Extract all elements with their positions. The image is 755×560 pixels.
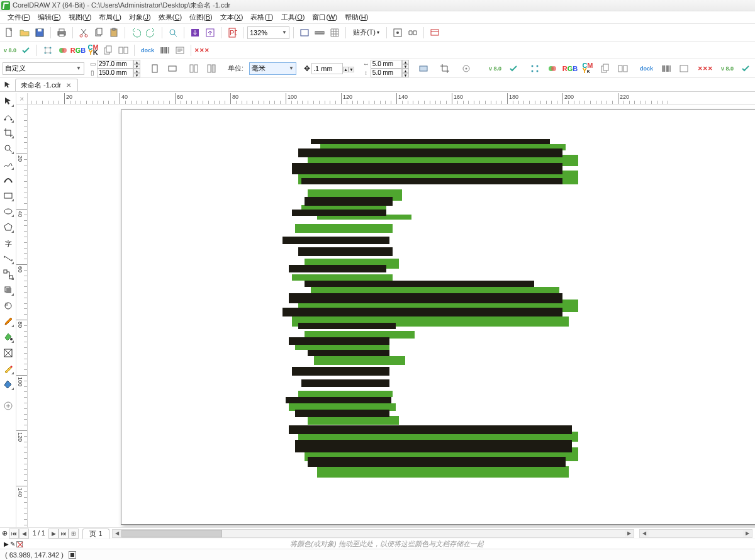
rectangle-tool[interactable] — [1, 189, 15, 203]
first-page-button[interactable]: ⏮ — [9, 529, 19, 539]
crop-tool[interactable] — [1, 126, 15, 140]
document-palette[interactable]: ▶ ✎ 将颜色(或对象) 拖动至此处，以便将这些颜色与文档存储在一起 — [0, 539, 755, 549]
canvas[interactable] — [28, 104, 755, 527]
menu-layout[interactable]: 布局(L) — [95, 11, 125, 23]
options-button[interactable] — [391, 26, 405, 40]
color-replace-2-button[interactable] — [545, 62, 559, 76]
treat-as-button[interactable] — [417, 62, 430, 76]
search-button[interactable] — [166, 26, 180, 40]
dup-page-button[interactable] — [101, 43, 115, 57]
all-pages-button[interactable] — [187, 62, 201, 76]
scroll-left-button[interactable]: ◀ — [113, 530, 121, 537]
snap-dropdown[interactable]: 贴齐(T) ▾ — [350, 26, 383, 40]
text-macro-2-button[interactable] — [677, 62, 691, 76]
copy-button[interactable] — [92, 26, 106, 40]
parallel-dim-tool[interactable] — [1, 252, 15, 266]
height-stepper[interactable]: ▲▼ — [133, 69, 140, 77]
menu-object[interactable]: 对象(J) — [125, 11, 155, 23]
secondary-scrollbar[interactable]: ◀ ▶ — [639, 529, 752, 538]
pick-tool[interactable] — [1, 94, 15, 108]
vertical-ruler[interactable]: 020406080100120140 — [16, 104, 28, 527]
menu-help[interactable]: 帮助(H) — [341, 11, 372, 23]
multi-page-button[interactable] — [116, 43, 130, 57]
ruler-origin[interactable]: ⤫ — [16, 93, 28, 104]
landscape-button[interactable] — [165, 62, 179, 76]
last-page-button[interactable]: ⏭ — [59, 529, 69, 539]
color-replace-button[interactable] — [56, 43, 70, 57]
no-color-swatch[interactable] — [16, 541, 23, 547]
paste-button[interactable] — [107, 26, 121, 40]
dock-button[interactable]: dock — [138, 43, 157, 57]
cut-button[interactable] — [77, 26, 91, 40]
align-nodes-button[interactable] — [41, 43, 55, 57]
redo-button[interactable] — [144, 26, 158, 40]
rgb-button[interactable]: RGB — [71, 43, 85, 57]
menu-edit[interactable]: 编辑(E) — [34, 11, 65, 23]
close-tab-icon[interactable]: ✕ — [66, 82, 71, 89]
nudge-input[interactable] — [311, 63, 343, 74]
export-button[interactable] — [203, 26, 217, 40]
import-button[interactable] — [188, 26, 202, 40]
smart-fill-tool[interactable] — [1, 346, 15, 360]
ellipse-tool[interactable] — [1, 204, 15, 218]
menu-view[interactable]: 视图(V) — [65, 11, 96, 23]
dup-y-input[interactable] — [371, 69, 402, 77]
align-nodes-2-button[interactable] — [528, 62, 542, 76]
zoom-input[interactable] — [250, 29, 280, 36]
crop-button[interactable] — [438, 62, 452, 76]
text-macro-button[interactable] — [173, 43, 187, 57]
new-button[interactable] — [3, 26, 16, 40]
open-options-button[interactable] — [459, 62, 473, 76]
dup-y-stepper[interactable]: ▲▼ — [402, 69, 409, 77]
drop-shadow-tool[interactable] — [1, 283, 15, 297]
artistic-media-tool[interactable] — [1, 173, 15, 187]
page-height-input[interactable] — [97, 69, 133, 77]
barcode-button[interactable] — [158, 43, 172, 57]
multi-page-2-button[interactable] — [616, 62, 630, 76]
barcode-2-button[interactable] — [659, 62, 673, 76]
scroll-left-2-button[interactable]: ◀ — [640, 530, 649, 537]
add-page-after-button[interactable]: ⊞ — [69, 529, 79, 539]
shape-tool[interactable] — [1, 110, 15, 124]
show-grid-button[interactable] — [328, 26, 342, 40]
menu-window[interactable]: 窗口(W) — [308, 11, 341, 23]
print-button[interactable] — [55, 26, 69, 40]
nudge-stepper[interactable]: ▲▼ — [343, 65, 354, 72]
page-preset-input[interactable] — [5, 65, 74, 72]
delete-macro-button[interactable]: ✕✕✕ — [195, 43, 209, 57]
macro-1-button[interactable] — [19, 43, 33, 57]
page-width-input[interactable] — [97, 60, 133, 69]
scroll-right-button[interactable]: ▶ — [625, 530, 634, 537]
add-page-button[interactable]: ⊕ — [0, 529, 9, 539]
freehand-tool[interactable] — [1, 157, 15, 171]
publish-pdf-button[interactable]: PDF — [225, 26, 239, 40]
zoom-combo[interactable]: ▼ — [247, 26, 289, 39]
open-button[interactable] — [18, 26, 31, 40]
polygon-tool[interactable] — [1, 220, 15, 234]
quick-customize-button[interactable] — [1, 399, 15, 413]
text-tool[interactable]: 字 — [1, 236, 15, 250]
prev-page-button[interactable]: ◀ — [19, 529, 29, 539]
app-launcher-button[interactable] — [428, 26, 442, 40]
dup-page-2-button[interactable] — [598, 62, 612, 76]
menu-file[interactable]: 文件(F) — [4, 11, 34, 23]
menu-effects[interactable]: 效果(C) — [155, 11, 186, 23]
page-tab[interactable]: 页 1 — [82, 529, 109, 539]
menu-bitmaps[interactable]: 位图(B) — [186, 11, 216, 23]
eyedropper-tool[interactable] — [1, 315, 15, 328]
dup-x-stepper[interactable]: ▲▼ — [402, 60, 409, 69]
units-combo[interactable]: ▼ — [249, 62, 296, 75]
rgb-2-button[interactable]: RGB — [563, 62, 577, 76]
cmyk-button[interactable]: CMYK — [86, 43, 100, 57]
scroll-thumb[interactable] — [121, 530, 222, 537]
horizontal-scrollbar[interactable]: ◀ ▶ — [112, 529, 634, 538]
menu-text[interactable]: 文本(X) — [216, 11, 247, 23]
launch-button[interactable] — [406, 26, 420, 40]
undo-button[interactable] — [129, 26, 143, 40]
macro-r3-button[interactable] — [739, 62, 752, 76]
delete-macro-2-button[interactable]: ✕✕✕ — [698, 62, 712, 76]
fill-tool[interactable] — [1, 378, 15, 391]
cmyk-2-button[interactable]: CMYK — [581, 62, 595, 76]
portrait-button[interactable] — [148, 62, 162, 76]
outline-pen-tool[interactable] — [1, 362, 15, 376]
